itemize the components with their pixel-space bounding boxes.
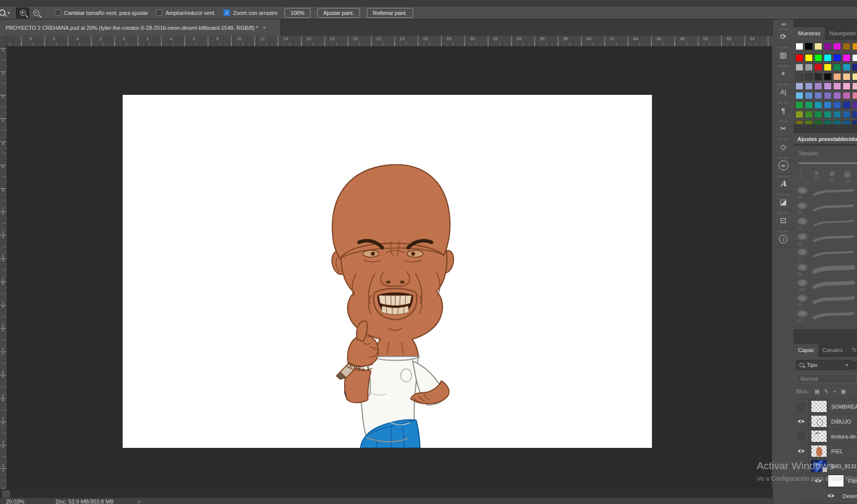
color-swatch[interactable] [843,120,851,124]
color-swatch[interactable] [795,92,803,99]
color-swatch[interactable] [824,54,832,62]
layer-thumbnail[interactable] [811,445,827,457]
color-swatch[interactable] [795,120,803,124]
color-swatch[interactable] [805,73,813,80]
layer-visibility-eye-icon[interactable] [823,489,839,503]
color-swatch[interactable] [824,101,832,109]
tool-presets-icon[interactable]: ▥ [773,50,793,61]
blend-mode-dropdown[interactable]: Normal [796,374,857,383]
drag-grip-icon[interactable] [779,102,788,103]
color-swatch[interactable] [824,111,832,118]
color-swatch[interactable] [824,43,832,50]
drag-grip-icon[interactable] [779,66,788,67]
layer-name[interactable]: Filtr [848,478,857,484]
drag-grip-icon[interactable] [779,139,788,140]
color-swatch[interactable] [795,111,803,118]
layer-row[interactable]: PIEL [793,444,857,459]
tools-scissors-icon[interactable]: ✂ [773,123,793,134]
color-swatch[interactable] [852,73,857,80]
checkbox-icon[interactable]: ✓ [223,9,230,16]
color-swatch[interactable] [824,73,832,80]
color-swatch[interactable] [843,73,851,80]
drag-grip-icon[interactable] [779,47,788,48]
brush-size-sample[interactable]: 1 [793,169,809,185]
layer-row[interactable]: IMG_8131 [793,459,857,474]
zoom-out-button[interactable]: − [29,7,43,18]
pasteboard[interactable] [7,46,772,489]
drag-grip-icon[interactable] [779,157,788,158]
layer-thumbnail[interactable] [811,460,827,472]
color-swatch[interactable] [843,64,851,71]
close-icon[interactable]: × [263,24,266,31]
layer-name[interactable]: Desenfoq [843,493,857,499]
color-swatch[interactable] [814,101,822,109]
zoom-in-button[interactable]: + [16,7,29,18]
color-swatch[interactable] [805,43,813,50]
3d-panel-icon[interactable]: ◇ [773,142,793,152]
layer-visibility-empty[interactable] [793,399,809,414]
color-swatch[interactable] [814,82,822,90]
layer-name[interactable]: textura-de- [831,433,857,439]
libraries-panel-icon[interactable]: ⊡ [773,215,793,226]
color-swatch[interactable] [843,54,851,62]
brush-size-slider[interactable] [798,162,857,164]
zoom-100-button[interactable]: 100% [285,8,310,18]
lock-move-icon[interactable]: + [833,388,836,394]
color-swatch[interactable] [814,64,822,71]
color-swatch[interactable] [843,101,851,109]
document-tab[interactable]: PROYECTO 2 CREHANA.psd al 20% (tyler-the… [0,19,281,36]
canvas-artwork[interactable] [123,95,652,448]
collapse-dock-icon[interactable]: «« [773,19,793,27]
color-swatch[interactable] [852,64,857,71]
color-swatch[interactable] [814,73,822,80]
info-panel-icon[interactable]: i [773,233,793,244]
color-swatch[interactable] [805,54,813,62]
brush-preset-row[interactable]: 63 [793,201,857,216]
color-swatch[interactable] [843,43,851,50]
layer-row[interactable]: textura-de- [793,429,857,444]
filter-toggle-icon[interactable] [852,361,857,369]
drag-grip-icon[interactable] [779,231,788,232]
color-swatch[interactable] [852,92,857,99]
color-swatch[interactable] [814,54,822,62]
color-swatch[interactable] [833,54,841,62]
ruler-horizontal[interactable]: 8642024681012141618202224262830323436384… [7,36,772,47]
history-panel-icon[interactable]: ⟳ [773,31,793,42]
layer-thumbnail[interactable] [811,400,827,413]
horizontal-scrollbar[interactable] [0,489,773,498]
color-swatch[interactable] [852,43,857,50]
layer-filter-dropdown[interactable]: Tipo ▾ [796,360,852,370]
color-swatch[interactable] [833,111,841,118]
color-swatch[interactable] [852,101,857,109]
color-swatch[interactable] [852,82,857,90]
brush-preset-row[interactable]: 11 [793,216,857,231]
brush-preset-row[interactable]: 39 [793,185,857,201]
color-swatch[interactable] [814,120,822,124]
brush-preset-row[interactable]: 100 [793,278,857,293]
color-swatch[interactable] [795,64,803,71]
color-swatch[interactable] [805,120,813,124]
layer-thumbnail[interactable] [811,415,827,428]
color-swatch[interactable] [805,82,813,90]
color-swatch[interactable] [824,82,832,90]
fill-screen-button[interactable]: Rellenar pant. [367,8,413,18]
brush-size-sample[interactable]: 15 [809,169,824,185]
layer-visibility-eye-icon[interactable] [810,474,826,488]
color-swatch[interactable] [795,54,803,62]
layer-visibility-empty[interactable] [793,459,809,473]
status-zoom-level[interactable]: 20.03% [6,499,24,504]
layer-name[interactable]: DIBUJO [831,419,851,425]
color-swatch[interactable] [824,64,832,71]
color-swatch[interactable] [843,82,851,90]
tab-muestras[interactable]: Muestras [793,27,825,40]
color-swatch[interactable] [805,92,813,99]
color-swatch[interactable] [814,111,822,118]
ruler-vertical[interactable]: 42024681 01 21 41 61 82 02 22 42 62 83 0… [0,46,7,500]
drag-grip-icon[interactable] [779,29,788,30]
color-swatch[interactable] [833,82,841,90]
layer-name[interactable]: IMG_8131 [831,463,857,469]
brush-size-sample[interactable]: 70 [840,169,855,185]
layer-row[interactable]: SOMBREAD [793,399,857,414]
brush-preset-row[interactable]: 48 [793,231,857,247]
brush-preset-row[interactable]: 32 [793,247,857,262]
